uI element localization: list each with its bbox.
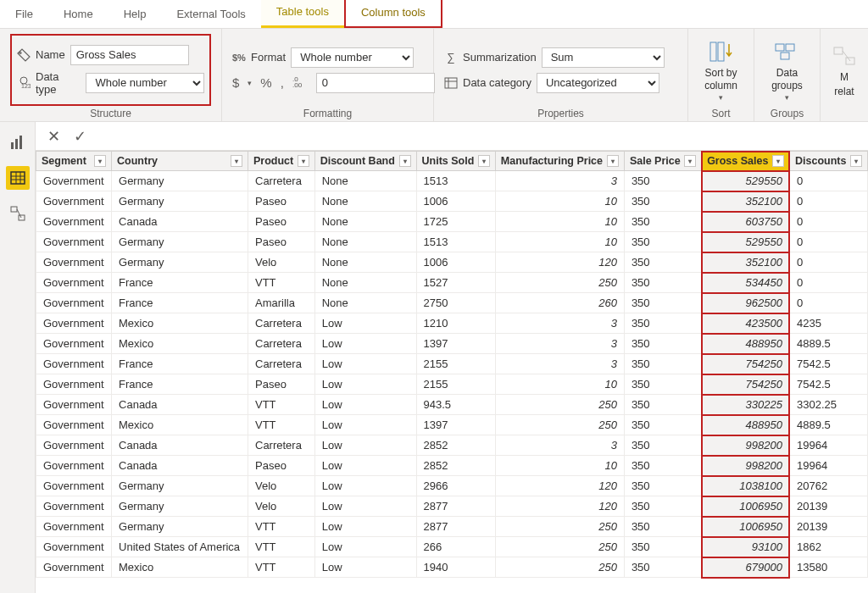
data-grid[interactable]: Segment▾Country▾Product▾Discount Band▾Un… (36, 151, 868, 593)
table-row[interactable]: Government France Carretera Low 2155 3 3… (36, 354, 868, 374)
svg-text:.00: .00 (292, 81, 303, 88)
table-row[interactable]: Government Germany Paseo None 1513 10 35… (36, 232, 868, 252)
currency-button[interactable]: $ (232, 75, 239, 90)
datatype-label: Data type (36, 70, 81, 96)
thousands-button[interactable]: , (281, 75, 284, 90)
table-row[interactable]: Government Canada Carretera Low 2852 3 3… (36, 435, 868, 456)
datatype-select[interactable]: Whole number (86, 73, 204, 93)
tab-file[interactable]: File (0, 1, 48, 28)
cancel-formula-button[interactable]: ✕ (47, 127, 60, 146)
svg-rect-5 (445, 78, 457, 88)
structure-group-label: Structure (10, 106, 211, 119)
data-table: Segment▾Country▾Product▾Discount Band▾Un… (36, 151, 868, 578)
rel-label-2: relat (834, 86, 854, 97)
sort-by-column-button[interactable]: Sort by column▾ (698, 35, 744, 105)
filter-icon[interactable]: ▾ (684, 155, 696, 167)
ribbon-tabs: File Home Help External Tools Table tool… (0, 0, 868, 29)
tab-external-tools[interactable]: External Tools (161, 1, 260, 28)
groups-icon (773, 38, 800, 65)
content: ✕ ✓ Segment▾Country▾Product▾Discount Ban… (36, 122, 868, 593)
category-select[interactable]: Uncategorized (537, 73, 659, 93)
table-row[interactable]: Government Mexico VTT Low 1940 250 350 6… (36, 557, 868, 578)
column-header[interactable]: Sale Price▾ (624, 152, 701, 171)
decimals-icon: .0.00 (292, 75, 308, 91)
filter-icon[interactable]: ▾ (399, 155, 411, 167)
svg-rect-13 (834, 47, 843, 54)
format-select[interactable]: Whole number (291, 47, 414, 68)
column-header[interactable]: Segment▾ (36, 152, 112, 171)
data-view-button[interactable] (6, 166, 30, 190)
table-row[interactable]: Government France Paseo Low 2155 10 350 … (36, 374, 868, 395)
commit-formula-button[interactable]: ✓ (74, 127, 86, 146)
table-row[interactable]: Government Germany Velo Low 2877 120 350… (36, 496, 868, 517)
summarization-select[interactable]: Sum (542, 47, 665, 68)
table-row[interactable]: Government Germany Velo Low 2966 120 350… (36, 476, 868, 496)
table-row[interactable]: Government France VTT None 1527 250 350 … (36, 273, 868, 293)
column-header[interactable]: Discount Band▾ (314, 152, 416, 171)
column-header[interactable]: Country▾ (112, 152, 248, 171)
tag-icon (17, 48, 31, 62)
column-header[interactable]: Manufacturing Price▾ (495, 152, 624, 171)
column-header[interactable]: Gross Sales▾ (702, 152, 790, 171)
column-header[interactable]: Units Sold▾ (416, 152, 495, 171)
table-row[interactable]: Government Canada Paseo None 1725 10 350… (36, 212, 868, 232)
table-row[interactable]: Government Mexico Carretera Low 1397 3 3… (36, 334, 868, 354)
datatype-icon: 123 (17, 76, 31, 90)
model-view-button[interactable] (6, 202, 30, 225)
view-sidebar (0, 122, 36, 593)
filter-icon[interactable]: ▾ (298, 155, 309, 167)
decimals-input[interactable] (316, 73, 435, 93)
summarization-label: Summarization (463, 51, 537, 64)
table-row[interactable]: Government Mexico Carretera Low 1210 3 3… (36, 313, 868, 334)
filter-icon[interactable]: ▾ (850, 155, 862, 167)
report-view-button[interactable] (6, 130, 30, 154)
percent-button[interactable]: % (260, 75, 271, 90)
tab-table-tools[interactable]: Table tools (261, 0, 344, 28)
svg-rect-11 (786, 44, 794, 51)
sort-icon (708, 38, 735, 65)
filter-icon[interactable]: ▾ (772, 155, 784, 167)
table-row[interactable]: Government Germany Carretera None 1513 3… (36, 171, 868, 191)
svg-rect-9 (718, 42, 724, 61)
relationships-button[interactable]: M relat (824, 39, 865, 101)
filter-icon[interactable]: ▾ (94, 155, 106, 167)
svg-rect-10 (776, 44, 784, 51)
table-row[interactable]: Government Canada VTT Low 943.5 250 350 … (36, 395, 868, 415)
svg-text:$%: $% (232, 53, 246, 63)
sigma-icon: ∑ (444, 51, 458, 64)
svg-rect-19 (11, 172, 25, 184)
filter-icon[interactable]: ▾ (607, 155, 619, 167)
name-label: Name (36, 48, 65, 61)
table-row[interactable]: Government France Amarilla None 2750 260… (36, 293, 868, 313)
sort-label: Sort by column (704, 67, 737, 91)
main: ✕ ✓ Segment▾Country▾Product▾Discount Ban… (0, 122, 868, 593)
table-row[interactable]: Government Germany Paseo None 1006 10 35… (36, 191, 868, 212)
table-row[interactable]: Government Germany VTT Low 2877 250 350 … (36, 517, 868, 537)
rel-label-1: M (840, 71, 849, 83)
ribbon: Name 123 Data type Whole number Structur… (0, 29, 868, 122)
tab-help[interactable]: Help (108, 1, 162, 28)
table-row[interactable]: Government Germany Velo None 1006 120 35… (36, 252, 868, 273)
name-input[interactable] (70, 45, 189, 65)
svg-rect-18 (19, 136, 22, 149)
tab-column-tools[interactable]: Column tools (344, 0, 442, 28)
groups-label: Data groups (771, 67, 803, 91)
formatting-group-label: Formatting (232, 106, 423, 119)
table-row[interactable]: Government Canada Paseo Low 2852 10 350 … (36, 456, 868, 476)
table-row[interactable]: Government United States of America VTT … (36, 537, 868, 557)
svg-rect-17 (15, 139, 18, 149)
tab-home[interactable]: Home (48, 1, 108, 28)
category-label: Data category (463, 76, 531, 89)
svg-rect-25 (19, 215, 25, 220)
svg-rect-8 (710, 42, 716, 61)
column-header[interactable]: Product▾ (248, 152, 315, 171)
data-groups-button[interactable]: Data groups▾ (765, 35, 810, 105)
svg-rect-24 (11, 207, 17, 212)
svg-rect-12 (781, 53, 789, 59)
category-icon (444, 76, 458, 90)
filter-icon[interactable]: ▾ (478, 155, 490, 167)
groups-group-label: Groups (765, 106, 810, 119)
column-header[interactable]: Discounts▾ (789, 152, 867, 171)
table-row[interactable]: Government Mexico VTT Low 1397 250 350 4… (36, 415, 868, 435)
filter-icon[interactable]: ▾ (231, 155, 242, 167)
